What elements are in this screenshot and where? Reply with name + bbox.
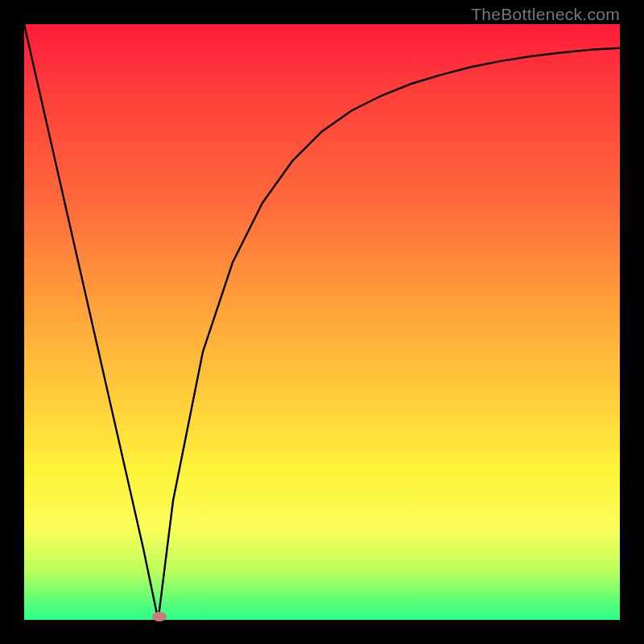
chart-frame: TheBottleneck.com <box>0 0 644 644</box>
plot-area <box>24 24 620 620</box>
min-point-marker <box>152 612 167 621</box>
bottleneck-curve <box>24 24 620 620</box>
branding-text: TheBottleneck.com <box>471 5 620 24</box>
curve-svg <box>24 24 620 620</box>
